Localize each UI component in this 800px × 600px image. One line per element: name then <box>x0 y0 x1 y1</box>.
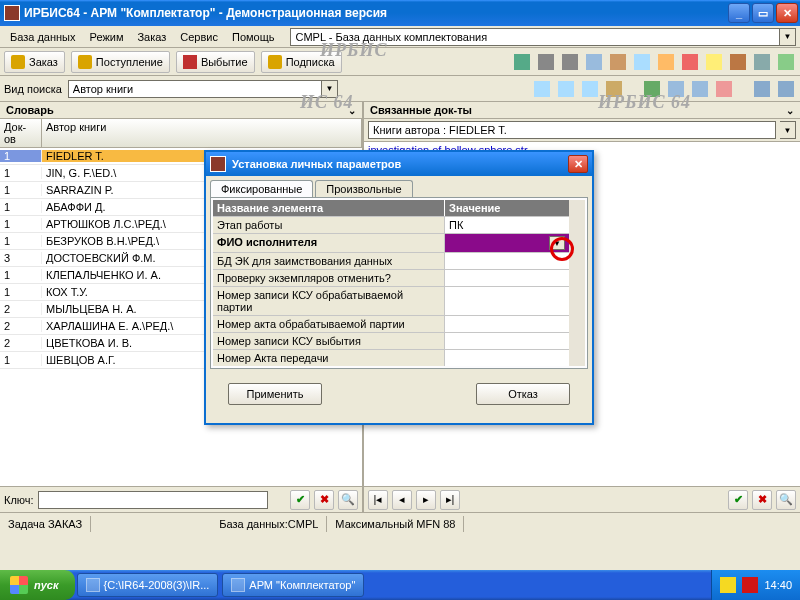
delete-icon[interactable] <box>680 52 700 72</box>
ico-r2-10[interactable] <box>776 79 796 99</box>
key-row: Ключ: ✔ ✖ 🔍 <box>0 486 362 512</box>
nav-next-button[interactable]: ▸ <box>416 490 436 510</box>
collapse-icon[interactable]: ⌄ <box>348 105 356 116</box>
minimize-button[interactable]: _ <box>728 3 750 23</box>
ico-r2-4[interactable] <box>604 79 624 99</box>
related-docs-filter[interactable] <box>368 121 776 139</box>
ico-r2-2[interactable] <box>556 79 576 99</box>
param-value-cell[interactable] <box>445 270 569 286</box>
maximize-button[interactable]: ▭ <box>752 3 774 23</box>
order-button[interactable]: Заказ <box>4 51 65 73</box>
print-icon[interactable] <box>536 52 556 72</box>
related-docs-filter-row: ▼ <box>364 119 800 142</box>
param-value-cell[interactable] <box>445 287 569 315</box>
param-name: БД ЭК для заимствования данных <box>213 253 445 269</box>
disposal-button[interactable]: Выбытие <box>176 51 255 73</box>
database-selector-drop[interactable]: ▼ <box>780 28 796 46</box>
right-apply-button[interactable]: ✔ <box>728 490 748 510</box>
param-name: Номер записи КСУ обрабатываемой партии <box>213 287 445 315</box>
gear-icon[interactable] <box>752 52 772 72</box>
copy-icon[interactable] <box>584 52 604 72</box>
menu-help[interactable]: Помощь <box>226 29 281 45</box>
receipt-button[interactable]: Поступление <box>71 51 170 73</box>
subscription-button[interactable]: Подписка <box>261 51 342 73</box>
row-qty: 1 <box>0 269 42 281</box>
book-icon[interactable] <box>728 52 748 72</box>
search-type-input[interactable] <box>68 80 322 98</box>
close-button[interactable]: ✕ <box>776 3 798 23</box>
param-row[interactable]: Этап работыПК <box>213 216 569 233</box>
ico-r2-8[interactable] <box>714 79 734 99</box>
param-col-value: Значение <box>445 200 569 216</box>
tab-custom[interactable]: Произвольные <box>315 180 412 197</box>
nav-first-icon[interactable] <box>512 52 532 72</box>
right-cancel-button[interactable]: ✖ <box>752 490 772 510</box>
col-name-header[interactable]: Автор книги <box>42 119 362 147</box>
nav-first-button[interactable]: |◂ <box>368 490 388 510</box>
ico-r2-1[interactable] <box>532 79 552 99</box>
param-value-cell[interactable] <box>445 316 569 332</box>
search-type-label: Вид поиска <box>4 83 62 95</box>
param-row[interactable]: БД ЭК для заимствования данных <box>213 252 569 269</box>
key-find-button[interactable]: 🔍 <box>338 490 358 510</box>
menu-service[interactable]: Сервис <box>174 29 224 45</box>
param-name: Проверку экземпляров отменить? <box>213 270 445 286</box>
col-qty-header[interactable]: Док-ов <box>0 119 42 147</box>
param-value-cell[interactable] <box>445 333 569 349</box>
param-value-cell[interactable] <box>445 253 569 269</box>
tool-extra-icon[interactable] <box>776 52 796 72</box>
param-value-cell[interactable] <box>445 350 569 366</box>
dialog-scrollbar[interactable] <box>569 200 585 366</box>
key-apply-button[interactable]: ✔ <box>290 490 310 510</box>
menu-order[interactable]: Заказ <box>131 29 172 45</box>
menu-mode[interactable]: Режим <box>84 29 130 45</box>
ico-r2-3[interactable] <box>580 79 600 99</box>
apply-button[interactable]: Применить <box>228 383 322 405</box>
param-row[interactable]: Номер акта обрабатываемой партии <box>213 315 569 332</box>
key-input[interactable] <box>38 491 268 509</box>
clock: 14:40 <box>764 579 792 591</box>
doc1-icon[interactable] <box>632 52 652 72</box>
cancel-button[interactable]: Отказ <box>476 383 570 405</box>
nav-last-button[interactable]: ▸| <box>440 490 460 510</box>
start-button[interactable]: пуск <box>0 570 75 600</box>
collapse-icon[interactable]: ⌄ <box>786 105 794 116</box>
taskbar-task-2[interactable]: АРМ "Комплектатор" <box>222 573 364 597</box>
row-qty: 1 <box>0 235 42 247</box>
menu-database[interactable]: База данных <box>4 29 82 45</box>
tray-shield-icon[interactable] <box>720 577 736 593</box>
param-value-cell[interactable]: ПК <box>445 217 569 233</box>
dialog-tabs: Фиксированные Произвольные <box>210 180 588 197</box>
param-row[interactable]: Номер записи КСУ выбытия <box>213 332 569 349</box>
ico-r2-7[interactable] <box>690 79 710 99</box>
param-row[interactable]: Номер записи КСУ обрабатываемой партии <box>213 286 569 315</box>
tab-fixed[interactable]: Фиксированные <box>210 180 313 197</box>
search-row: Вид поиска ▼ <box>0 76 800 102</box>
note-icon[interactable] <box>704 52 724 72</box>
doc2-icon[interactable] <box>656 52 676 72</box>
taskbar: пуск {C:\IR64-2008(3)\IR... АРМ "Комплек… <box>0 570 800 600</box>
param-row[interactable]: Номер Акта передачи <box>213 349 569 366</box>
toolbar-icons-row2 <box>532 79 796 99</box>
row-qty: 1 <box>0 218 42 230</box>
nav-prev-button[interactable]: ◂ <box>392 490 412 510</box>
dialog-close-button[interactable]: ✕ <box>568 155 588 173</box>
database-selector-input[interactable] <box>290 28 780 46</box>
related-docs-filter-drop[interactable]: ▼ <box>780 121 796 139</box>
right-find-button[interactable]: 🔍 <box>776 490 796 510</box>
printer-setup-icon[interactable] <box>560 52 580 72</box>
param-value-dropdown[interactable]: ▼ <box>549 236 565 250</box>
param-value-cell[interactable]: ▼ <box>445 234 569 252</box>
tray-antivirus-icon[interactable] <box>742 577 758 593</box>
key-cancel-button[interactable]: ✖ <box>314 490 334 510</box>
param-row[interactable]: ФИО исполнителя▼ <box>213 233 569 252</box>
ico-r2-6[interactable] <box>666 79 686 99</box>
ico-r2-5[interactable] <box>642 79 662 99</box>
row-qty: 1 <box>0 201 42 213</box>
menu-bar: База данных Режим Заказ Сервис Помощь ▼ <box>0 26 800 48</box>
taskbar-task-1[interactable]: {C:\IR64-2008(3)\IR... <box>77 573 219 597</box>
search-type-drop[interactable]: ▼ <box>322 80 338 98</box>
param-row[interactable]: Проверку экземпляров отменить? <box>213 269 569 286</box>
paste-icon[interactable] <box>608 52 628 72</box>
ico-r2-9[interactable] <box>752 79 772 99</box>
